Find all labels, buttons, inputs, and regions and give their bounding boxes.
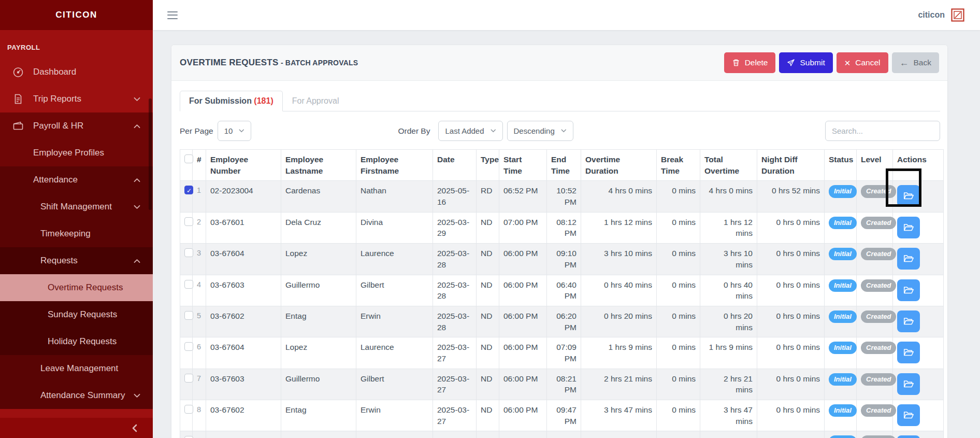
select-all-checkbox[interactable] <box>184 154 193 163</box>
cell: 08:12 <box>547 431 581 438</box>
sidebar-item-attendance[interactable]: Attendance <box>0 166 153 193</box>
sidebar-item-dashboard[interactable]: Dashboard <box>0 59 153 86</box>
order-field-select[interactable]: Last Added <box>438 121 502 141</box>
sidebar-item-trip-reports[interactable]: Trip Reports <box>0 86 153 112</box>
order-field-value: Last Added <box>445 126 484 135</box>
cell: 06:00 PM <box>499 400 547 431</box>
open-request-button[interactable] <box>897 279 920 301</box>
row-checkbox[interactable] <box>184 217 193 226</box>
row-checkbox[interactable] <box>184 405 193 414</box>
cell: 0 mins <box>657 369 700 400</box>
sidebar-scrollbar[interactable] <box>149 98 152 210</box>
cell: 0 hrs 20 mins <box>700 306 757 337</box>
cell: 06:20 PM <box>547 306 581 337</box>
open-request-button[interactable] <box>897 342 920 363</box>
open-request-button[interactable] <box>897 185 920 207</box>
level-badge: Created <box>861 373 896 386</box>
cell: ND <box>477 212 499 243</box>
status-badge: Initial <box>829 185 857 197</box>
column-header-employee-number: Employee Number <box>206 150 281 181</box>
sidebar-item-label: Timekeeping <box>40 229 91 239</box>
back-button[interactable]: ← Back <box>892 52 939 73</box>
cancel-button[interactable]: ✕ Cancel <box>837 52 888 73</box>
cell: Divina <box>356 212 433 243</box>
folder-open-icon <box>903 316 914 327</box>
column-header-status: Status <box>825 150 857 181</box>
open-request-button[interactable] <box>897 404 920 426</box>
table-row: 203-67601Dela CruzDivina2025-03-29ND07:0… <box>180 212 944 243</box>
cell: 2025-03-29 <box>433 212 477 243</box>
cell: 2025-03-28 <box>433 275 477 306</box>
sidebar-item-shift-management[interactable]: Shift Management <box>0 193 153 220</box>
sidebar-item-attendance-summary[interactable]: Attendance Summary <box>0 382 153 409</box>
sidebar-collapse-icon[interactable] <box>132 424 138 432</box>
per-page-select[interactable]: 10 <box>218 121 252 141</box>
cell: Lopez <box>281 431 356 438</box>
cell: 0 mins <box>657 306 700 337</box>
sidebar-item-overtime-requests[interactable]: Overtime Requests <box>0 274 153 301</box>
sidebar-item-requests[interactable]: Requests <box>0 247 153 274</box>
row-number: 6 <box>193 337 206 369</box>
briefcase-icon <box>12 120 24 132</box>
row-checkbox[interactable] <box>184 311 193 320</box>
cell: 08:21 PM <box>547 369 581 400</box>
tab-for-approval[interactable]: For Approval <box>283 91 349 111</box>
row-number: 5 <box>193 306 206 337</box>
open-request-button[interactable] <box>897 373 920 395</box>
cell: Laurence <box>356 244 433 275</box>
cell: ND <box>477 369 499 400</box>
cell: 06:00 PM <box>499 306 547 337</box>
submit-button[interactable]: Submit <box>779 52 832 73</box>
open-request-button[interactable] <box>897 310 920 332</box>
open-request-button[interactable] <box>897 435 920 438</box>
sidebar: CITICON PAYROLL DashboardTrip ReportsPay… <box>0 0 153 438</box>
cell: 03-67601 <box>206 212 281 243</box>
citicon-logo-icon[interactable] <box>951 8 964 22</box>
cell: 06:40 PM <box>547 275 581 306</box>
tab-for-approval-label: For Approval <box>292 96 339 105</box>
folder-open-icon <box>903 409 914 421</box>
cell: 2 hrs 12 mins <box>700 431 757 438</box>
sidebar-item-timekeeping[interactable]: Timekeeping <box>0 220 153 247</box>
sidebar-item-sunday-requests[interactable]: Sunday Requests <box>0 301 153 328</box>
row-checkbox[interactable] <box>184 280 193 289</box>
row-checkbox[interactable] <box>184 248 193 257</box>
hamburger-menu-icon[interactable] <box>167 11 178 19</box>
level-badge: Created <box>861 279 896 292</box>
x-icon: ✕ <box>844 59 851 67</box>
cell: ND <box>477 431 499 438</box>
search-input[interactable] <box>825 121 940 141</box>
row-checkbox[interactable] <box>184 436 193 438</box>
cell: 08:12 PM <box>547 212 581 243</box>
sidebar-item-leave-management[interactable]: Leave Management <box>0 355 153 382</box>
open-request-button[interactable] <box>897 248 920 270</box>
sidebar-item-label: Payroll & HR <box>33 121 83 131</box>
row-checkbox[interactable] <box>184 342 193 351</box>
sidebar-item-employee-profiles[interactable]: Employee Profiles <box>0 139 153 166</box>
cell: Nathan <box>356 181 433 212</box>
row-checkbox[interactable] <box>184 374 193 383</box>
sidebar-item-payroll-hr[interactable]: Payroll & HR <box>0 112 153 139</box>
tab-bar: For Submission (181) For Approval <box>180 90 940 111</box>
open-request-button[interactable] <box>897 217 920 238</box>
cell: Entag <box>281 306 356 337</box>
delete-button[interactable]: Delete <box>724 52 776 73</box>
cell: 0 mins <box>657 212 700 243</box>
cell: 09:10 PM <box>547 244 581 275</box>
sidebar-item-label: Overtime Requests <box>48 282 123 293</box>
tab-for-submission-count: (181) <box>254 96 273 105</box>
user-menu[interactable]: citicon <box>918 10 945 20</box>
tab-for-submission[interactable]: For Submission (181) <box>180 91 283 111</box>
column-header-end-time: End Time <box>547 150 581 181</box>
folder-open-icon <box>903 253 914 264</box>
sidebar-item-label: Attendance Summary <box>40 390 125 401</box>
cell: 10:52 PM <box>547 181 581 212</box>
row-number: 7 <box>193 369 206 400</box>
column-header-night-diff-duration: Night Diff Duration <box>757 150 825 181</box>
cell: Entag <box>281 400 356 431</box>
row-checkbox[interactable] <box>184 186 193 194</box>
row-number: 9 <box>193 431 206 438</box>
column-header-employee-firstname: Employee Firstname <box>356 150 433 181</box>
sidebar-item-holiday-requests[interactable]: Holiday Requests <box>0 328 153 355</box>
order-direction-select[interactable]: Descending <box>507 121 573 141</box>
